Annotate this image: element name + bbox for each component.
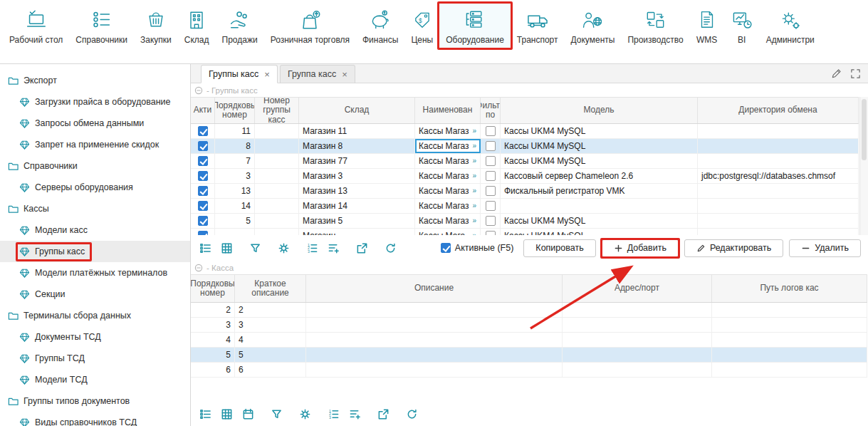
column-header-active[interactable]: Акти — [191, 98, 215, 123]
cell-model[interactable]: Кассы UKM4 MySQL — [501, 154, 698, 168]
numbered-list-icon[interactable]: 123 — [303, 239, 320, 256]
row-filter-checkbox[interactable] — [486, 156, 496, 166]
row-filter-checkbox[interactable] — [486, 216, 496, 226]
column-header-warehouse[interactable]: Склад — [299, 98, 415, 123]
cell-short_desc[interactable]: 3 — [235, 318, 306, 332]
cell-order_num[interactable]: 5 — [191, 348, 235, 362]
cell-exchange_dir[interactable] — [698, 214, 859, 228]
nav-item-prices[interactable]: $Цены — [404, 4, 439, 48]
cell-name[interactable]: Кассы Магаз» — [415, 124, 481, 138]
row-filter-checkbox[interactable] — [486, 231, 496, 235]
refresh-icon[interactable] — [403, 405, 420, 422]
cell-description[interactable] — [306, 363, 563, 377]
nav-item-finance[interactable]: Финансы — [356, 4, 404, 48]
table-row[interactable]: 55 — [191, 348, 867, 363]
add-button[interactable]: Добавить — [602, 239, 679, 257]
cell-model[interactable]: Кассы UKM4 MySQL — [501, 229, 698, 235]
cell-active[interactable] — [191, 184, 215, 198]
close-icon[interactable]: × — [342, 70, 347, 79]
cell-order_num[interactable]: 5 — [215, 214, 255, 228]
cell-model[interactable]: Кассовый сервер Chameleon 2.6 — [501, 169, 698, 183]
cell-order_num[interactable]: 7 — [215, 154, 255, 168]
column-header-model[interactable]: Модель — [501, 98, 698, 123]
cell-name[interactable]: Кассы Магаз» — [415, 139, 481, 153]
vertical-scrollbar[interactable] — [859, 97, 868, 235]
cell-active[interactable] — [191, 199, 215, 213]
cell-short_desc[interactable]: 4 — [235, 333, 306, 347]
sidebar-item-document-type-groups[interactable]: Группы типов документов — [0, 390, 190, 412]
refresh-icon[interactable] — [382, 239, 399, 256]
cell-order_num[interactable]: 11 — [215, 124, 255, 138]
nav-item-production[interactable]: Производство — [621, 4, 689, 48]
sidebar-item-directories[interactable]: Справочники — [0, 155, 190, 177]
cell-exchange_dir[interactable]: jdbc:postgresql://databases.chmsof — [698, 169, 859, 183]
nav-item-wms[interactable]: WMS — [690, 4, 724, 48]
table-view-icon[interactable] — [218, 239, 235, 256]
sidebar-item-price-uploads[interactable]: Загрузки прайса в оборудование — [0, 91, 190, 113]
cell-filter[interactable] — [481, 169, 501, 183]
column-header-order_num[interactable]: Порядковы номер — [191, 275, 235, 302]
export-icon[interactable] — [353, 239, 370, 256]
cell-order_num[interactable]: 3 — [191, 318, 235, 332]
table-row[interactable]: 8Магазин 8Кассы Магаз»Кассы UKM4 MySQL — [191, 139, 859, 154]
cell-model[interactable]: Кассы UKM4 MySQL — [501, 124, 698, 138]
collapse-icon[interactable] — [194, 86, 203, 95]
filter-icon[interactable] — [268, 405, 285, 422]
sort-icon[interactable] — [325, 239, 342, 256]
nav-item-desktop[interactable]: Рабочий стол — [3, 4, 69, 48]
cell-exchange_dir[interactable] — [698, 229, 859, 235]
nav-item-equipment[interactable]: Оборудование — [439, 4, 511, 48]
column-header-short_desc[interactable]: Краткое описание — [235, 275, 306, 302]
cell-group_num[interactable] — [255, 184, 299, 198]
row-filter-checkbox[interactable] — [486, 171, 496, 181]
cell-name[interactable]: Кассы Магаз» — [415, 154, 481, 168]
cell-group_num[interactable] — [255, 124, 299, 138]
nav-item-retail[interactable]: Розничная торговля — [264, 4, 356, 48]
sidebar-item-cash-registers[interactable]: Кассы — [0, 198, 190, 219]
cell-filter[interactable] — [481, 124, 501, 138]
cell-exchange_dir[interactable] — [698, 124, 859, 138]
export-icon[interactable] — [375, 405, 392, 422]
calendar-icon[interactable] — [239, 405, 256, 422]
cell-active[interactable] — [191, 229, 215, 235]
cell-active[interactable] — [191, 139, 215, 153]
cell-name[interactable]: Кассы Магаз» — [415, 184, 481, 198]
cell-log_path[interactable] — [712, 348, 867, 362]
cell-filter[interactable] — [481, 184, 501, 198]
cell-filter[interactable] — [481, 229, 501, 235]
sidebar-item-sections[interactable]: Секции — [0, 284, 190, 305]
cell-order_num[interactable]: 3 — [215, 169, 255, 183]
cell-group_num[interactable] — [255, 154, 299, 168]
cell-description[interactable] — [306, 303, 563, 317]
cell-group_num[interactable] — [255, 229, 299, 235]
cell-log_path[interactable] — [712, 363, 867, 377]
cell-model[interactable]: Кассы UKM4 MySQL — [501, 139, 698, 153]
numbered-list-icon[interactable]: 123 — [325, 405, 342, 422]
table-row[interactable]: 5Магазин 5Кассы Магаз»Кассы UKM4 MySQL — [191, 214, 859, 229]
sidebar-item-cash-models[interactable]: Модели касс — [0, 219, 190, 241]
nav-item-transport[interactable]: Транспорт — [511, 4, 565, 48]
collapse-icon[interactable] — [194, 264, 203, 272]
cell-active[interactable] — [191, 124, 215, 138]
row-active-checkbox[interactable] — [198, 141, 208, 151]
cell-short_desc[interactable]: 6 — [235, 363, 306, 377]
row-filter-checkbox[interactable] — [486, 201, 496, 211]
column-header-address[interactable]: Адрес/порт — [563, 275, 712, 302]
row-active-checkbox[interactable] — [198, 126, 208, 136]
cell-name[interactable]: Кассы Магаз» — [415, 169, 481, 183]
sidebar-item-tsd-directory-kinds[interactable]: Виды справочников ТСД — [0, 412, 190, 426]
nav-item-purchases[interactable]: Закупки — [134, 4, 178, 48]
nav-item-directories[interactable]: Справочники — [69, 4, 134, 48]
cell-warehouse[interactable]: Магазин 11 — [299, 124, 415, 138]
sidebar-item-tsd-models[interactable]: Модели ТСД — [0, 369, 190, 390]
cell-log_path[interactable] — [712, 318, 867, 332]
cell-name[interactable]: Кассы Магаз» — [415, 214, 481, 228]
cell-description[interactable] — [306, 333, 563, 347]
cell-log_path[interactable] — [712, 333, 867, 347]
nav-item-bi[interactable]: BI — [724, 4, 760, 48]
active-filter-checkbox[interactable]: Активные (F5) — [441, 243, 514, 253]
cell-filter[interactable] — [481, 214, 501, 228]
sort-icon[interactable] — [346, 405, 363, 422]
list-view-icon[interactable] — [197, 239, 214, 256]
cell-log_path[interactable] — [712, 303, 867, 317]
